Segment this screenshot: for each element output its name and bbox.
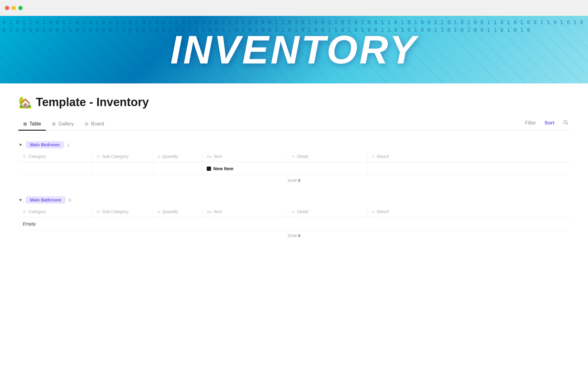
filter-button[interactable]: Filter [524,119,537,127]
subcategory-icon-2: ⊙ [96,209,100,214]
page-title: Template - Inventory [36,96,149,109]
th-item-2: Aa Item [202,206,288,217]
sum-label-bedroom: SUM [288,178,297,183]
new-item-cell: New Item [207,166,284,171]
th-category: ⊙ Category [18,151,92,162]
cell-manuf-1[interactable] [368,162,570,175]
th-category-2: ⊙ Category [18,206,92,217]
subcategory-icon: ⊙ [96,154,100,159]
tabs-left: ⊞ Table ⊞ Gallery ⊟ Board [18,118,109,130]
cell-category-1[interactable] [18,162,92,175]
group-count-bathroom: 0 [69,197,71,203]
page-emoji: 🏡 [18,96,32,109]
table-icon: ⊞ [23,121,27,126]
sum-row-bedroom: SUM 0 [18,175,570,186]
tabs-row: ⊞ Table ⊞ Gallery ⊟ Board Filter Sort [18,118,570,131]
empty-row: Empty. [18,217,570,230]
svg-line-1 [567,123,568,125]
sort-button[interactable]: Sort [543,119,556,127]
th-quantity: # Quantity [153,151,202,162]
close-button[interactable] [5,6,9,10]
manuf-icon-2: ≡ [372,209,375,214]
maximize-button[interactable] [18,6,23,10]
th-manuf: ≡ Manuf [368,151,570,162]
th-subcategory: ⊙ Sub-Category [92,151,153,162]
new-item-icon [207,167,211,171]
svg-point-0 [564,121,567,124]
category-icon: ⊙ [23,154,26,159]
new-item-label: New Item [213,166,234,171]
hero-title: INVENTORY [170,27,418,73]
sum-label-bathroom: SUM [288,233,297,238]
group-main-bathroom: ▼ Main Bathroom 0 ⊙ Category ⊙ Sub-Categ… [18,194,570,241]
cell-subcategory-1[interactable] [92,162,153,175]
group-main-bedroom: ▼ Main Bedroom 1 ⊙ Category ⊙ Sub-Catego… [18,139,570,186]
th-quantity-2: # Quantity [153,206,202,217]
minimize-button[interactable] [12,6,16,10]
board-icon: ⊟ [85,121,89,126]
search-button[interactable] [562,118,570,128]
th-subcategory-2: ⊙ Sub-Category [92,206,153,217]
group-badge-bedroom[interactable]: Main Bedroom [26,141,64,148]
sum-value-bathroom: 0 [298,233,300,238]
group-header-bedroom: ▼ Main Bedroom 1 [18,139,570,150]
cell-quantity-1[interactable] [153,162,202,175]
item-icon: Aa [207,154,212,159]
gallery-icon: ⊞ [52,121,56,126]
cell-detail-1[interactable] [288,162,368,175]
table-header-row: ⊙ Category ⊙ Sub-Category # Quantity Aa … [18,151,570,162]
tab-table[interactable]: ⊞ Table [18,118,46,131]
th-manuf-2: ≡ Manuf [368,206,570,217]
detail-icon: ≡ [292,154,295,159]
group-arrow-bedroom[interactable]: ▼ [18,142,23,147]
tab-gallery-label: Gallery [58,121,74,127]
item-icon-2: Aa [207,209,212,214]
th-item: Aa Item [202,151,288,162]
th-detail: ≡ Detail [288,151,368,162]
group-arrow-bathroom[interactable]: ▼ [18,197,23,202]
table-row[interactable]: New Item [18,162,570,175]
group-header-bathroom: ▼ Main Bathroom 0 [18,194,570,205]
group-count-bedroom: 1 [67,142,70,148]
table-bedroom: ⊙ Category ⊙ Sub-Category # Quantity Aa … [18,151,570,175]
sum-row-bathroom: SUM 0 [18,230,570,241]
table-bathroom: ⊙ Category ⊙ Sub-Category # Quantity Aa … [18,206,570,230]
category-icon-2: ⊙ [23,209,26,214]
page-title-row: 🏡 Template - Inventory [18,96,570,109]
tab-board-label: Board [91,121,104,127]
quantity-icon: # [158,154,160,159]
cell-item-1[interactable]: New Item [202,162,288,175]
tab-board[interactable]: ⊟ Board [80,118,109,131]
quantity-icon-2: # [158,209,160,214]
group-badge-bathroom[interactable]: Main Bathroom [26,196,66,204]
tab-gallery[interactable]: ⊞ Gallery [47,118,79,131]
hero-banner: 0 1 0 1 1 0 1 0 0 1 1 0 1 0 1 0 0 1 1 0 … [0,16,588,83]
content-area: 🏡 Template - Inventory ⊞ Table ⊞ Gallery… [0,83,588,253]
search-icon [563,120,568,125]
title-bar [0,0,588,16]
manuf-icon: ≡ [372,154,375,159]
table-header-row-2: ⊙ Category ⊙ Sub-Category # Quantity Aa … [18,206,570,217]
tabs-right: Filter Sort [524,118,570,130]
tab-table-label: Table [29,121,41,127]
th-detail-2: ≡ Detail [288,206,368,217]
detail-icon-2: ≡ [292,209,295,214]
empty-label: Empty. [18,217,570,230]
sum-value-bedroom: 0 [298,178,300,183]
